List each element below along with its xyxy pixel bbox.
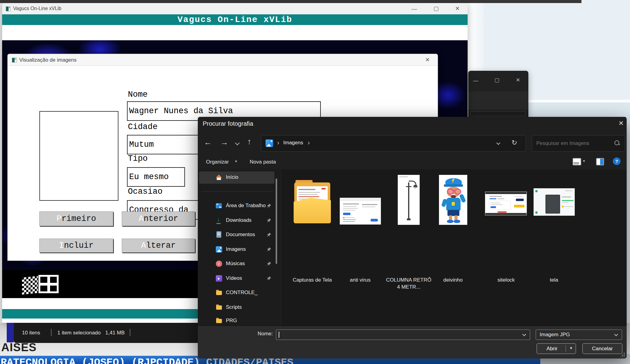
open-button-label: Abrir xyxy=(547,346,558,352)
sidebar-item-label: Músicas xyxy=(226,261,245,267)
recent-locations-icon[interactable] xyxy=(235,141,240,146)
pin-icon xyxy=(267,261,271,266)
name-dropdown-icon[interactable] xyxy=(522,332,526,336)
field-input-tipo[interactable]: Eu mesmo xyxy=(127,167,185,187)
music-icon: ♪ xyxy=(216,261,222,267)
pin-icon xyxy=(267,204,271,208)
sidebar-scrollbar[interactable] xyxy=(276,178,277,264)
status-items-count: 10 itens xyxy=(22,330,40,336)
sidebar-item-label: Vídeos xyxy=(226,275,242,281)
breadcrumb-chevron-icon[interactable]: › xyxy=(308,139,310,146)
open-split-dropdown-icon[interactable]: ▼ xyxy=(569,346,573,350)
viewer-titlebar[interactable]: Visualização de imagens ✕ xyxy=(8,54,438,66)
alterar-button[interactable]: Alterar xyxy=(122,239,195,253)
open-button[interactable]: Abrir ▼ xyxy=(537,343,576,354)
organize-dropdown-icon[interactable]: ▾ xyxy=(235,159,237,164)
file-item-deivinho[interactable]: deivinho xyxy=(430,169,476,294)
screen: AÍSES RATECNOLOGIA (JOSEO) (RJPCIDADE) C… xyxy=(0,0,630,364)
close-icon[interactable]: ✕ xyxy=(425,57,430,63)
anterior-button-label: Anterior xyxy=(139,214,178,223)
minimize-icon[interactable]: — xyxy=(411,6,417,12)
address-bar[interactable]: › Imagens › ↻ xyxy=(261,135,526,152)
file-type-select[interactable]: Imagem JPG xyxy=(536,330,622,340)
file-item-label: sitelock xyxy=(483,277,529,284)
file-item-columna[interactable]: COLUMNA RETRÔ 4 METR... xyxy=(386,169,432,294)
file-item-capturas[interactable]: Capturas de Tela xyxy=(289,175,335,294)
name-field[interactable] xyxy=(276,330,530,340)
app-icon xyxy=(6,6,11,11)
forward-icon[interactable]: → xyxy=(220,138,228,147)
dialog-titlebar[interactable]: Procurar fotografia ✕ xyxy=(198,117,627,130)
main-titlebar[interactable]: Vagucs On-Line xVLib — ▢ ✕ xyxy=(2,3,468,14)
sidebar-item-label: Scripts xyxy=(226,304,242,310)
sidebar-item-videos[interactable]: ▶ Vídeos xyxy=(199,272,274,285)
incluir-button[interactable]: Incluir xyxy=(39,239,113,253)
minimize-icon[interactable]: — xyxy=(473,78,478,83)
search-icon[interactable] xyxy=(614,140,619,145)
resize-grip[interactable] xyxy=(621,353,625,357)
sidebar-item-imagens[interactable]: Imagens xyxy=(199,243,274,256)
close-icon[interactable]: ✕ xyxy=(516,77,520,83)
field-label-ocasiao: Ocasiao xyxy=(128,187,162,196)
preview-pane-icon[interactable] xyxy=(596,158,604,165)
app-thumbnail xyxy=(534,188,575,216)
file-item-anti-virus[interactable]: anti virus xyxy=(337,175,383,294)
file-item-sitelock[interactable]: sitelock xyxy=(483,175,529,294)
dialog-title: Procurar fotografia xyxy=(203,120,253,127)
incluir-button-label: Incluir xyxy=(59,241,93,250)
pin-icon xyxy=(267,276,271,281)
cancel-button-label: Cancelar xyxy=(592,346,613,352)
back-icon[interactable]: ← xyxy=(204,138,212,147)
sidebar-item-prg[interactable]: PRG xyxy=(199,315,274,326)
sidebar-item-label: Downloads xyxy=(226,217,252,223)
mini-window-body xyxy=(468,92,528,110)
new-folder-button[interactable]: Nova pasta xyxy=(250,159,276,165)
sidebar-separator xyxy=(201,191,273,192)
sidebar-item-scripts[interactable]: Scripts xyxy=(199,301,274,314)
photo-placeholder xyxy=(39,111,118,201)
pin-icon xyxy=(267,218,271,223)
cancel-button[interactable]: Cancelar xyxy=(582,343,622,354)
dialog-footer: Nome: Imagem JPG Abrir ▼ Cancelar xyxy=(198,326,627,359)
dialog-commandbar: Organizar ▾ Nova pasta ▾ ? xyxy=(198,156,627,169)
primeiro-button-label: Primeiro xyxy=(56,214,96,223)
view-mode-icon[interactable] xyxy=(573,158,581,165)
pin-icon xyxy=(267,232,271,237)
folder-icon xyxy=(216,319,222,323)
sidebar-item-documentos[interactable]: Documentos xyxy=(199,229,274,241)
sidebar-item-musicas[interactable]: ♪ Músicas xyxy=(199,258,274,270)
name-input[interactable] xyxy=(279,331,516,339)
file-item-label: anti virus xyxy=(337,277,383,284)
viewer-title: Visualização de imagens xyxy=(19,57,77,63)
sidebar-item-area-de-trabalho[interactable]: Área de Trabalho xyxy=(199,200,274,212)
breadcrumb-folder[interactable]: Imagens xyxy=(283,140,303,146)
refresh-icon[interactable]: ↻ xyxy=(512,139,517,147)
documents-icon xyxy=(216,231,221,238)
primeiro-button[interactable]: Primeiro xyxy=(39,211,113,226)
maximize-icon[interactable]: ▢ xyxy=(433,6,439,11)
text-caret xyxy=(279,332,279,338)
file-item-tela[interactable]: tela xyxy=(531,175,577,294)
search-box[interactable] xyxy=(532,135,625,152)
close-icon[interactable]: ✕ xyxy=(455,6,460,11)
address-dropdown-icon[interactable] xyxy=(496,141,500,145)
downloads-icon: ↓ xyxy=(216,216,221,224)
mini-window-toolbar xyxy=(468,110,528,117)
main-window-title: Vagucs On-Line xVLib xyxy=(13,6,61,11)
maximize-icon[interactable]: ▢ xyxy=(494,77,499,83)
up-icon[interactable]: ↑ xyxy=(247,137,252,146)
sidebar-item-downloads[interactable]: ↓ Downloads xyxy=(199,214,274,227)
sidebar-item-controle[interactable]: CONTROLE_ xyxy=(199,287,274,299)
sidebar-item-inicio[interactable]: Início xyxy=(199,171,274,184)
desktop-icon xyxy=(216,203,222,208)
search-input[interactable] xyxy=(536,139,610,148)
field-value-tipo: Eu mesmo xyxy=(128,168,184,186)
pictures-icon xyxy=(266,139,273,147)
anterior-button[interactable]: Anterior xyxy=(122,211,195,226)
taskbar-strip xyxy=(0,0,581,3)
view-mode-dropdown-icon[interactable]: ▾ xyxy=(583,159,585,163)
help-icon[interactable]: ? xyxy=(613,157,621,165)
dialog-toolbar: ← → ↑ › Imagens › ↻ xyxy=(198,130,627,156)
organize-button[interactable]: Organizar xyxy=(206,159,229,165)
close-icon[interactable]: ✕ xyxy=(618,120,624,127)
